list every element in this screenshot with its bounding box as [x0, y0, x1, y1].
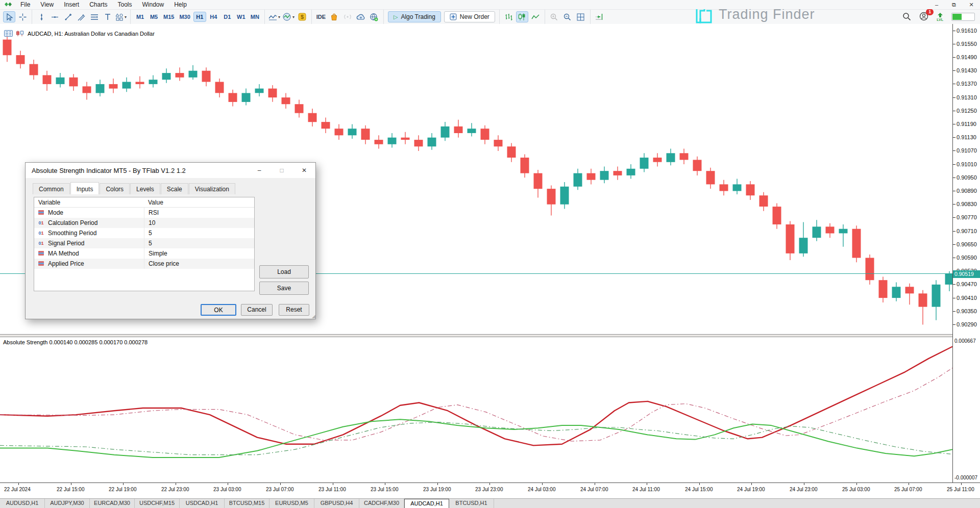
shapes-tool-button[interactable]: ▾ — [115, 11, 127, 22]
window-minimize-button[interactable]: – — [928, 0, 945, 9]
candlestick-mode-button[interactable] — [516, 11, 528, 22]
zoom-in-button[interactable] — [548, 11, 560, 22]
param-row-signal-period[interactable]: 01Signal Period5 — [34, 238, 254, 248]
param-value[interactable]: 5 — [144, 238, 254, 248]
save-button[interactable]: Save — [259, 282, 309, 295]
indicator-canvas[interactable]: Absolute Strength 0.000140 0.000285 0.00… — [0, 337, 952, 482]
price-axis-label: 0.91070 — [957, 147, 977, 154]
indicators-dropdown-arrow[interactable]: ▾ — [292, 15, 295, 19]
param-row-calculation-period[interactable]: 01Calculation Period10 — [34, 218, 254, 228]
currency-pairs-button[interactable]: $ — [296, 11, 308, 22]
chart-tab-btcusd-h1[interactable]: BTCUSD,H1 — [449, 499, 494, 508]
dialog-tab-scale[interactable]: Scale — [161, 183, 188, 194]
trendline-tool-button[interactable] — [62, 11, 74, 22]
market-button[interactable] — [328, 11, 340, 22]
tile-windows-button[interactable] — [575, 11, 587, 22]
chart-tab-cadchf-m30[interactable]: CADCHF,M30 — [359, 499, 404, 508]
menu-help[interactable]: Help — [169, 1, 192, 8]
param-value[interactable]: RSI — [144, 208, 254, 218]
time-axis[interactable]: 22 Jul 202422 Jul 15:0022 Jul 19:0022 Ju… — [0, 482, 980, 498]
text-tool-button[interactable] — [102, 11, 114, 22]
param-row-ma-method[interactable]: MA MethodSimple — [34, 248, 254, 259]
dialog-tab-visualization[interactable]: Visualization — [189, 183, 235, 194]
param-value[interactable]: Close price — [144, 259, 254, 269]
chart-tab-usdchf-m15[interactable]: USDCHF,M15 — [135, 499, 180, 508]
timeframe-m15-button[interactable]: M15 — [161, 12, 176, 22]
ok-button[interactable]: OK — [201, 304, 236, 316]
ide-button[interactable]: IDE — [315, 11, 327, 22]
timeframe-h1-button[interactable]: H1 — [193, 12, 206, 22]
chart-type-dropdown-arrow[interactable]: ▾ — [278, 15, 280, 19]
vps-cloud-button[interactable] — [355, 11, 367, 22]
indicators-dropdown-button[interactable]: ▾ — [282, 11, 295, 22]
signals-button[interactable] — [341, 11, 354, 22]
param-value[interactable]: Simple — [144, 248, 254, 259]
community-button[interactable] — [368, 11, 380, 22]
horizontal-line-tool-button[interactable] — [48, 11, 61, 22]
fibonacci-tool-button[interactable] — [88, 11, 101, 22]
chart-tab-gbpusd-h4[interactable]: GBPUSD,H4 — [314, 499, 359, 508]
timeframe-mn-button[interactable]: MN — [249, 12, 261, 22]
connection-status[interactable] — [951, 13, 975, 21]
dialog-titlebar[interactable]: Absolute Strength Indicator MT5 - By TFl… — [26, 163, 315, 178]
lvl-icon[interactable]: LVL — [937, 13, 943, 21]
param-value[interactable]: 10 — [144, 218, 254, 228]
timeframe-m1-button[interactable]: M1 — [134, 12, 146, 22]
chart-tab-audjpy-m30[interactable]: AUDJPY,M30 — [45, 499, 90, 508]
cancel-button[interactable]: Cancel — [241, 304, 273, 316]
dialog-tab-inputs[interactable]: Inputs — [70, 182, 100, 194]
crosshair-tool-button[interactable] — [16, 11, 29, 22]
param-row-mode[interactable]: ModeRSI — [34, 208, 254, 218]
timeframe-w1-button[interactable]: W1 — [235, 12, 248, 22]
chart-tab-eurcad-m30[interactable]: EURCAD,M30 — [90, 499, 135, 508]
vertical-line-tool-button[interactable] — [35, 11, 47, 22]
chart-tab-btcusd-m15[interactable]: BTCUSD,M15 — [225, 499, 270, 508]
menu-insert[interactable]: Insert — [59, 1, 84, 8]
shapes-dropdown-arrow[interactable]: ▾ — [125, 15, 127, 19]
timeframe-m5-button[interactable]: M5 — [148, 12, 160, 22]
dialog-minimize-button[interactable]: – — [248, 163, 271, 178]
dialog-tab-levels[interactable]: Levels — [130, 183, 160, 194]
timeframe-h4-button[interactable]: H4 — [207, 12, 220, 22]
zoom-out-button[interactable] — [561, 11, 574, 22]
menu-file[interactable]: File — [15, 1, 35, 8]
window-close-button[interactable]: ✕ — [963, 0, 980, 9]
cursor-tool-button[interactable] — [3, 11, 15, 22]
line-chart-mode-button[interactable] — [529, 11, 542, 22]
menu-charts[interactable]: Charts — [84, 1, 112, 8]
time-axis-tick — [176, 483, 176, 485]
chart-tab-usdcad-h1[interactable]: USDCAD,H1 — [180, 499, 225, 508]
absolute-strength-plot[interactable] — [0, 337, 952, 482]
dialog-tab-colors[interactable]: Colors — [100, 183, 130, 194]
dialog-tab-common[interactable]: Common — [33, 183, 70, 194]
reset-button[interactable]: Reset — [279, 304, 309, 316]
dialog-resize-grip[interactable]: ◢ — [312, 314, 315, 319]
chart-shift-button[interactable] — [594, 11, 606, 22]
chart-tab-audcad-h1[interactable]: AUDCAD,H1 — [404, 499, 449, 508]
timeframe-d1-button[interactable]: D1 — [221, 12, 234, 22]
new-order-button[interactable]: New Order — [444, 11, 495, 22]
load-button[interactable]: Load — [259, 265, 309, 278]
price-axis[interactable]: 0.916100.915500.914900.914300.913700.913… — [952, 23, 980, 482]
menu-tools[interactable]: Tools — [113, 1, 137, 8]
chart-tab-audusd-h1[interactable]: AUDUSD,H1 — [0, 499, 45, 508]
panel-splitter[interactable] — [0, 334, 980, 337]
param-row-smoothing-period[interactable]: 01Smoothing Period5 — [34, 228, 254, 238]
menu-view[interactable]: View — [35, 1, 59, 8]
indicator-values-label: Absolute Strength 0.000140 0.000285 0.00… — [3, 339, 148, 345]
time-axis-label: 25 Jul 07:00 — [894, 487, 922, 492]
profile-icon[interactable]: 1 — [919, 12, 928, 22]
dialog-close-button[interactable]: ✕ — [293, 163, 315, 178]
channel-tool-button[interactable] — [75, 11, 87, 22]
window-restore-button[interactable]: ⧉ — [945, 0, 963, 9]
algo-trading-button[interactable]: ▷Algo Trading — [388, 11, 441, 22]
menu-window[interactable]: Window — [137, 1, 169, 8]
timeframe-m30-button[interactable]: M30 — [177, 12, 192, 22]
chart-tab-eurusd-m5[interactable]: EURUSD,M5 — [270, 499, 314, 508]
param-row-applied-price[interactable]: Applied PriceClose price — [34, 259, 254, 269]
chart-type-dropdown-button[interactable]: ▾ — [268, 11, 281, 22]
search-icon[interactable] — [902, 12, 911, 22]
dialog-maximize-button[interactable]: □ — [271, 163, 293, 178]
bar-chart-mode-button[interactable] — [503, 11, 515, 22]
param-value[interactable]: 5 — [144, 228, 254, 238]
